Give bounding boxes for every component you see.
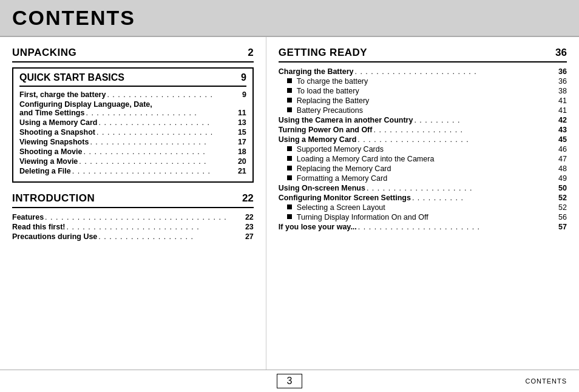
toc-entry-onscreen-menus: Using On-screen Menus . . . . . . . . . … — [279, 184, 567, 192]
toc-entry-supported-cards: Supported Memory Cards 46 — [279, 145, 567, 154]
toc-entry-config-display: Configuring Display Language, Date, and … — [19, 100, 246, 117]
footer-label: CONTENTS — [384, 377, 567, 385]
toc-label: Features — [12, 213, 44, 221]
toc-entry-shoot-movie: Shooting a Movie . . . . . . . . . . . .… — [19, 147, 246, 156]
toc-label: Turning Display Information On and Off — [287, 213, 428, 221]
right-column: GETTING READY 36 Charging the Battery . … — [266, 37, 579, 370]
introduction-page: 22 — [242, 192, 254, 204]
toc-label: To load the battery — [287, 87, 359, 95]
quick-start-title: QUICK START BASICS — [19, 72, 124, 83]
bullet-icon — [287, 146, 292, 151]
toc-label: Viewing Snapshots — [19, 138, 89, 146]
toc-page: 52 — [558, 203, 567, 212]
toc-entry-using-memory-card: Using a Memory Card . . . . . . . . . . … — [279, 135, 567, 144]
toc-entry-lose-way: If you lose your way... . . . . . . . . … — [279, 223, 567, 231]
toc-label: Shooting a Snapshot — [19, 128, 95, 137]
toc-label: Using a Memory Card — [19, 118, 98, 127]
unpacking-title: UNPACKING — [12, 47, 76, 59]
page-number: 3 — [277, 374, 303, 388]
header: CONTENTS — [0, 0, 579, 37]
toc-page: 17 — [238, 138, 246, 146]
toc-label: If you lose your way... — [279, 223, 357, 231]
bullet-icon — [287, 156, 292, 161]
introduction-title: INTRODUCTION — [12, 192, 95, 204]
toc-entry-precautions: Precautions during Use . . . . . . . . .… — [12, 232, 254, 241]
toc-page: 27 — [245, 232, 254, 241]
toc-page: 15 — [238, 128, 246, 137]
toc-entry-to-charge: To charge the battery 36 — [279, 77, 567, 86]
toc-page: 42 — [558, 116, 567, 124]
toc-entry-battery-precautions: Battery Precautions 41 — [279, 106, 567, 115]
toc-label: Selecting a Screen Layout — [287, 203, 385, 212]
toc-label: Shooting a Movie — [19, 147, 82, 156]
toc-entry-replacing-battery: Replacing the Battery 41 — [279, 96, 567, 105]
main-content: UNPACKING 2 QUICK START BASICS 9 First, … — [0, 37, 579, 370]
toc-page: 9 — [242, 90, 246, 99]
bullet-icon — [287, 204, 292, 209]
toc-label: Supported Memory Cards — [287, 145, 384, 154]
toc-entry-to-load: To load the battery 38 — [279, 87, 567, 95]
toc-page: 49 — [558, 174, 567, 183]
toc-page: 36 — [558, 67, 567, 76]
toc-page: 21 — [238, 167, 246, 175]
toc-entry-delete-file: Deleting a File . . . . . . . . . . . . … — [19, 167, 246, 175]
getting-ready-section-header: GETTING READY 36 — [279, 47, 567, 63]
toc-entry-screen-layout: Selecting a Screen Layout 52 — [279, 203, 567, 212]
toc-page: 38 — [558, 87, 567, 95]
toc-page: 50 — [558, 184, 567, 192]
toc-entry-snapshot: Shooting a Snapshot . . . . . . . . . . … — [19, 128, 246, 137]
toc-entry-display-info: Turning Display Information On and Off 5… — [279, 213, 567, 221]
left-column: UNPACKING 2 QUICK START BASICS 9 First, … — [0, 37, 266, 370]
bullet-icon — [287, 214, 292, 219]
toc-entry-memory-card: Using a Memory Card . . . . . . . . . . … — [19, 118, 246, 127]
toc-label: Replacing the Battery — [287, 96, 370, 105]
toc-label: Loading a Memory Card into the Camera — [287, 155, 435, 163]
toc-label: Viewing a Movie — [19, 157, 78, 166]
bullet-icon — [287, 78, 292, 83]
toc-label: Using a Memory Card — [279, 135, 357, 144]
toc-entry-monitor-settings: Configuring Monitor Screen Settings . . … — [279, 194, 567, 202]
toc-label: Read this first! — [12, 223, 66, 231]
toc-entry-replacing-card: Replacing the Memory Card 48 — [279, 164, 567, 173]
getting-ready-page: 36 — [555, 47, 567, 59]
toc-page: 18 — [238, 147, 246, 156]
toc-label: First, charge the battery — [19, 90, 106, 99]
bullet-icon — [287, 98, 292, 103]
page-wrapper: CONTENTS UNPACKING 2 QUICK START BASICS … — [0, 0, 579, 392]
quick-start-page: 9 — [241, 72, 246, 83]
toc-label: Configuring Monitor Screen Settings — [279, 194, 411, 202]
toc-page: 36 — [558, 77, 567, 86]
toc-label: Precautions during Use — [12, 232, 97, 241]
toc-page: 47 — [558, 155, 567, 163]
toc-page: 57 — [558, 223, 567, 231]
toc-entry-formatting-card: Formatting a Memory Card 49 — [279, 174, 567, 183]
getting-ready-title: GETTING READY — [279, 47, 367, 59]
toc-label: Formatting a Memory Card — [287, 174, 387, 183]
bullet-icon — [287, 166, 292, 171]
toc-label: To charge the battery — [287, 77, 368, 86]
toc-entry-power-on-off: Turning Power On and Off . . . . . . . .… — [279, 126, 567, 134]
toc-entry-charge-battery: First, charge the battery . . . . . . . … — [19, 90, 246, 99]
toc-page: 22 — [245, 213, 254, 221]
quick-start-box: QUICK START BASICS 9 First, charge the b… — [12, 67, 254, 183]
toc-label: Replacing the Memory Card — [287, 164, 391, 173]
page-title: CONTENTS — [12, 6, 135, 29]
bullet-icon — [287, 107, 292, 112]
toc-entry-read-first: Read this first! . . . . . . . . . . . .… — [12, 223, 254, 231]
toc-page: 45 — [558, 135, 567, 144]
bullet-icon — [287, 88, 292, 93]
toc-page: 48 — [558, 164, 567, 173]
toc-entry-view-snapshots: Viewing Snapshots . . . . . . . . . . . … — [19, 138, 246, 146]
toc-page: 23 — [245, 223, 254, 231]
toc-page: 46 — [558, 145, 567, 154]
toc-label: and Time Settings — [19, 109, 84, 117]
toc-label: Turning Power On and Off — [279, 126, 373, 134]
toc-page: 43 — [558, 126, 567, 134]
footer: 3 CONTENTS — [0, 370, 579, 392]
toc-label: Using On-screen Menus — [279, 184, 365, 192]
toc-entry-camera-country: Using the Camera in another Country . . … — [279, 116, 567, 124]
toc-label: Using the Camera in another Country — [279, 116, 413, 124]
toc-entry-features: Features . . . . . . . . . . . . . . . .… — [12, 213, 254, 221]
unpacking-page: 2 — [248, 47, 253, 59]
toc-page: 13 — [238, 118, 246, 127]
